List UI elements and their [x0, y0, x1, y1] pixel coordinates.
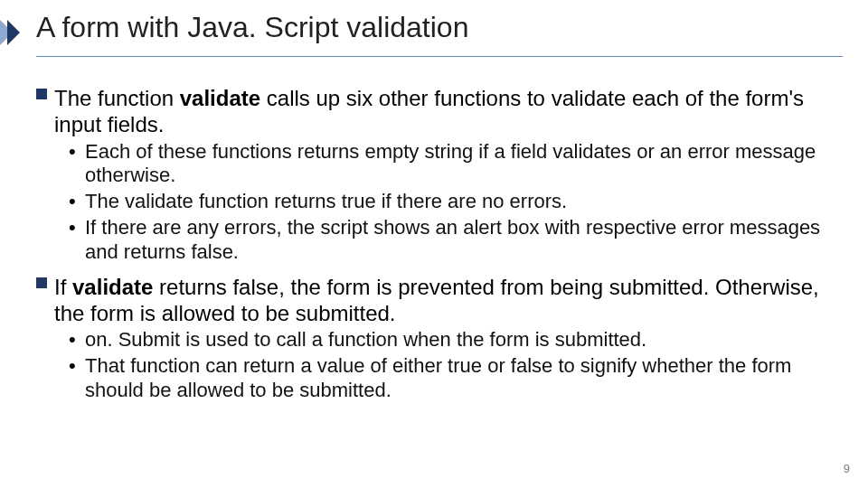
dot-bullet-icon: • [69, 190, 76, 214]
bullet-bold: validate [72, 275, 153, 299]
chevron-icon [0, 20, 25, 45]
sub-bullet: • on. Submit is used to call a function … [69, 328, 843, 352]
title-underline [36, 56, 843, 57]
dot-bullet-icon: • [69, 354, 76, 379]
sub-bullet: • Each of these functions returns empty … [69, 140, 843, 189]
bullet-text: If [54, 275, 72, 299]
bullet-1: The function validate calls up six other… [36, 85, 843, 138]
dot-bullet-icon: • [69, 328, 76, 352]
sub-bullet-text: That function can return a value of eith… [85, 354, 791, 401]
svg-marker-1 [7, 20, 20, 45]
square-bullet-icon [36, 277, 47, 288]
dot-bullet-icon: • [69, 216, 76, 240]
sub-bullet-text: The validate function returns true if th… [85, 190, 567, 212]
page-number: 9 [844, 462, 850, 475]
sub-bullet-text: on. Submit is used to call a function wh… [85, 328, 646, 351]
sub-bullet-text: Each of these functions returns empty st… [85, 140, 816, 187]
bullet-text: The function [54, 86, 180, 110]
bullet-2: If validate returns false, the form is p… [36, 274, 843, 327]
sub-bullet: • If there are any errors, the script sh… [69, 216, 843, 265]
body-content: The function validate calls up six other… [36, 76, 843, 405]
square-bullet-icon [36, 89, 47, 99]
sub-bullet-text: If there are any errors, the script show… [85, 216, 820, 263]
slide-title: A form with Java. Script validation [36, 11, 468, 44]
dot-bullet-icon: • [69, 140, 76, 164]
bullet-bold: validate [180, 86, 260, 110]
bullet-text: returns false, the form is prevented fro… [54, 275, 819, 325]
sub-bullet: • The validate function returns true if … [69, 190, 843, 214]
sub-bullet: • That function can return a value of ei… [69, 354, 843, 403]
